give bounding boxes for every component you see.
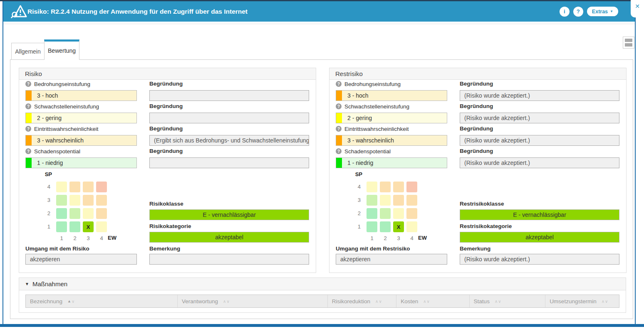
bedrohungseinstufung-select[interactable]: 3 - hoch (336, 90, 447, 101)
help-icon[interactable]: ? (25, 103, 31, 109)
column-header-kosten[interactable]: Kosten∧∨ (396, 295, 469, 307)
bedrohungseinstufung-select[interactable]: 3 - hoch (25, 90, 137, 101)
help-icon[interactable]: ? (25, 148, 31, 154)
begruendung-label: Begründung (460, 125, 619, 133)
risikoklasse-label: Risikoklasse (149, 200, 183, 208)
matrix-row-labels: 4321 (42, 182, 52, 232)
massnahmen-table-header: Bezeichnung▲∨Verantwortung∧∨Risikoredukt… (25, 295, 619, 308)
matrix-row-label: 3 (352, 195, 362, 206)
column-header-umsetzungstermin[interactable]: Umsetzungstermin∧∨ (545, 295, 619, 307)
begruendung-input: (Risiko wurde akzeptiert.) (460, 135, 619, 146)
matrix-selected-cell: X (83, 221, 94, 232)
sp-axis-label: SP (44, 171, 52, 177)
eintrittswahrscheinlichkeit-select[interactable]: 3 - wahrscheinlich (336, 135, 447, 146)
column-header-risikoreduktion[interactable]: Risikoreduktion∧∨ (328, 295, 396, 307)
matrix-cell (96, 221, 107, 232)
help-icon[interactable]: ? (336, 81, 342, 87)
matrix-cell (367, 182, 377, 192)
sort-icons: ∧∨ (602, 299, 608, 304)
column-label: Kosten (401, 298, 418, 304)
massnahmen-title: Maßnahmen (32, 280, 67, 287)
help-button[interactable]: ? (573, 7, 583, 17)
sort-icons: ∧∨ (423, 299, 430, 304)
info-button[interactable]: i (560, 7, 570, 17)
massnahmen-section: ▼ Maßnahmen Bezeichnung▲∨Verantwortung∧∨… (19, 277, 626, 313)
matrix-cell (56, 195, 67, 206)
schwachstelleneinstufung-select[interactable]: 2 - gering (25, 113, 137, 123)
help-icon[interactable]: ? (336, 126, 342, 132)
matrix-col-labels: 1234 (367, 235, 417, 241)
field-value: 3 - wahrscheinlich (26, 137, 84, 144)
help-icon[interactable]: ? (336, 148, 342, 154)
begruendung-input (149, 113, 309, 123)
extras-button[interactable]: Extras ▼ (587, 7, 618, 16)
sort-icons: ▲∨ (67, 299, 74, 304)
sort-icons: ∧∨ (495, 299, 501, 304)
matrix-grid: X (56, 182, 107, 232)
schwachstelleneinstufung-select[interactable]: 2 - gering (336, 113, 447, 123)
schadenspotential-label: Schadenspotential (34, 148, 80, 155)
matrix-cell (393, 195, 404, 206)
eintrittswahrscheinlichkeit-label: Eintrittswahrscheinlichkeit (34, 126, 99, 132)
massnahmen-header[interactable]: ▼ Maßnahmen (19, 278, 626, 290)
begruendung-label: Begründung (460, 147, 619, 155)
help-icon[interactable]: ? (25, 81, 31, 87)
sort-up-icon: ∧ (495, 299, 498, 304)
help-icon[interactable]: ? (25, 126, 31, 132)
begruendung-input: (Ergibt sich aus Bedrohungs- und Schwach… (149, 135, 309, 146)
close-button[interactable]: ✕ (631, 0, 644, 17)
severity-color-strip (336, 113, 342, 123)
column-header-status[interactable]: Status∧∨ (470, 295, 546, 307)
eintrittswahrscheinlichkeit-select[interactable]: 3 - wahrscheinlich (25, 135, 137, 146)
matrix-row-label: 4 (352, 182, 362, 192)
matrix-cell (56, 221, 67, 232)
help-icon[interactable]: ? (336, 103, 342, 109)
restrisikokategorie-value: akzeptabel (460, 232, 619, 243)
dialog-title: Risiko: R2.2.4 Nutzung der Anwendung für… (27, 1, 248, 22)
risikokategorie-label: Risikokategorie (149, 223, 191, 230)
matrix-cell (96, 182, 107, 192)
column-header-verantwortung[interactable]: Verantwortung∧∨ (178, 295, 328, 307)
schadenspotential-select[interactable]: 1 - niedrig (336, 157, 447, 168)
matrix-col-label: 1 (367, 235, 377, 241)
severity-color-strip (26, 135, 32, 145)
matrix-cell (96, 208, 107, 219)
bemerkung-restrisiko-label: Bemerkung (460, 245, 490, 253)
tab-allgemein[interactable]: Allgemein (11, 43, 45, 60)
risiko-panel-title: Risiko (19, 68, 316, 80)
sort-down-icon: ∨ (226, 299, 229, 304)
schadenspotential-select[interactable]: 1 - niedrig (25, 157, 137, 168)
schadenspotential-label: Schadenspotential (344, 148, 391, 155)
extras-label: Extras (592, 9, 608, 15)
bewertung-tab-panel: Risiko ?Bedrohungseinstufung3 - hochBegr… (10, 59, 633, 319)
severity-color-strip (26, 158, 32, 168)
matrix-cell (406, 195, 417, 206)
begruendung-label: Begründung (460, 80, 619, 88)
matrix-cell (83, 195, 94, 206)
matrix-cell (56, 182, 67, 192)
split-view-icon[interactable] (623, 37, 634, 49)
matrix-cell (406, 208, 417, 219)
window-bottom-border (0, 324, 644, 327)
severity-color-strip (26, 113, 32, 123)
severity-color-strip (26, 91, 32, 101)
window-right-border (635, 1, 636, 324)
matrix-cell (69, 182, 80, 192)
sort-down-icon: ∨ (605, 299, 608, 304)
begruendung-input: (Risiko wurde akzeptiert.) (460, 113, 619, 123)
restrisiko-panel-title: Restrisiko (329, 68, 626, 80)
dialog-titlebar: Risiko: R2.2.4 Nutzung der Anwendung für… (3, 1, 635, 22)
matrix-cell (380, 182, 391, 192)
column-label: Verantwortung (182, 298, 218, 304)
matrix-selected-cell: X (393, 221, 404, 232)
matrix-cell (406, 221, 417, 232)
begruendung-input: (Risiko wurde akzeptiert.) (460, 90, 619, 101)
tab-bewertung[interactable]: Bewertung (44, 39, 79, 60)
matrix-row-label: 3 (42, 195, 52, 206)
window-left-border (2, 1, 3, 324)
matrix-cell (69, 208, 80, 219)
column-header-bezeichnung[interactable]: Bezeichnung▲∨ (26, 295, 178, 307)
bedrohungseinstufung-label: Bedrohungseinstufung (344, 81, 401, 87)
severity-color-strip (336, 135, 342, 145)
matrix-cell (380, 195, 391, 206)
